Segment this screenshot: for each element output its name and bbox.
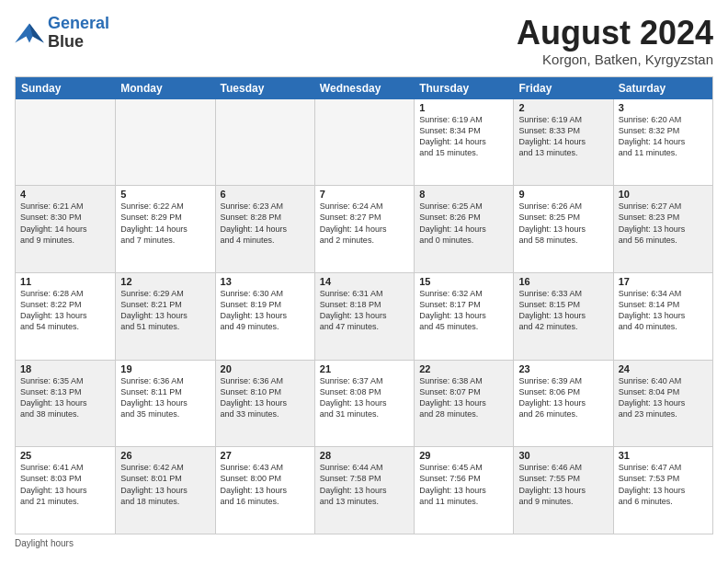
day-info: Sunrise: 6:22 AM Sunset: 8:29 PM Dayligh… (120, 201, 210, 246)
day-info: Sunrise: 6:31 AM Sunset: 8:18 PM Dayligh… (320, 288, 409, 333)
day-info: Sunrise: 6:37 AM Sunset: 8:08 PM Dayligh… (320, 375, 409, 420)
day-info: Sunrise: 6:19 AM Sunset: 8:33 PM Dayligh… (518, 114, 608, 159)
day-info: Sunrise: 6:36 AM Sunset: 8:10 PM Dayligh… (221, 375, 310, 420)
weekday-header-sunday: Sunday (16, 77, 115, 99)
day-info: Sunrise: 6:23 AM Sunset: 8:28 PM Dayligh… (221, 201, 310, 246)
day-number: 16 (518, 276, 608, 287)
calendar-cell: 29Sunrise: 6:45 AM Sunset: 7:56 PM Dayli… (414, 447, 513, 534)
calendar-cell: 14Sunrise: 6:31 AM Sunset: 8:18 PM Dayli… (314, 273, 414, 360)
day-number: 24 (619, 363, 708, 374)
calendar-cell: 8Sunrise: 6:25 AM Sunset: 8:26 PM Daylig… (414, 186, 513, 272)
calendar-cell: 18Sunrise: 6:35 AM Sunset: 8:13 PM Dayli… (16, 361, 115, 447)
day-info: Sunrise: 6:20 AM Sunset: 8:32 PM Dayligh… (619, 114, 708, 159)
header: General Blue August 2024 Korgon, Batken,… (15, 15, 713, 67)
day-info: Sunrise: 6:44 AM Sunset: 7:58 PM Dayligh… (320, 462, 409, 507)
day-number: 18 (20, 363, 110, 374)
day-info: Sunrise: 6:24 AM Sunset: 8:27 PM Dayligh… (320, 201, 409, 246)
calendar-cell: 31Sunrise: 6:47 AM Sunset: 7:53 PM Dayli… (613, 447, 712, 534)
day-info: Sunrise: 6:38 AM Sunset: 8:07 PM Dayligh… (419, 375, 508, 420)
day-number: 27 (221, 450, 310, 461)
day-info: Sunrise: 6:21 AM Sunset: 8:30 PM Dayligh… (20, 201, 110, 246)
calendar-cell: 7Sunrise: 6:24 AM Sunset: 8:27 PM Daylig… (314, 186, 414, 272)
day-number: 10 (619, 189, 708, 200)
day-info: Sunrise: 6:46 AM Sunset: 7:55 PM Dayligh… (518, 462, 608, 507)
calendar-cell: 16Sunrise: 6:33 AM Sunset: 8:15 PM Dayli… (513, 273, 612, 360)
day-info: Sunrise: 6:45 AM Sunset: 7:56 PM Dayligh… (419, 462, 508, 507)
calendar-cell: 10Sunrise: 6:27 AM Sunset: 8:23 PM Dayli… (613, 186, 712, 272)
calendar-cell: 2Sunrise: 6:19 AM Sunset: 8:33 PM Daylig… (513, 99, 612, 186)
day-info: Sunrise: 6:41 AM Sunset: 8:03 PM Dayligh… (20, 462, 110, 507)
day-info: Sunrise: 6:27 AM Sunset: 8:23 PM Dayligh… (619, 201, 708, 246)
day-number: 3 (619, 102, 708, 113)
calendar-cell: 27Sunrise: 6:43 AM Sunset: 8:00 PM Dayli… (215, 447, 314, 534)
calendar-cell: 19Sunrise: 6:36 AM Sunset: 8:11 PM Dayli… (115, 361, 214, 447)
calendar-cell: 20Sunrise: 6:36 AM Sunset: 8:10 PM Dayli… (215, 361, 314, 447)
day-info: Sunrise: 6:29 AM Sunset: 8:21 PM Dayligh… (120, 288, 210, 333)
calendar-cell: 21Sunrise: 6:37 AM Sunset: 8:08 PM Dayli… (314, 361, 414, 447)
day-number: 6 (221, 189, 310, 200)
location: Korgon, Batken, Kyrgyzstan (517, 52, 713, 67)
day-number: 25 (20, 450, 110, 461)
calendar-row-3: 18Sunrise: 6:35 AM Sunset: 8:13 PM Dayli… (16, 360, 712, 447)
day-number: 12 (120, 276, 210, 287)
day-info: Sunrise: 6:36 AM Sunset: 8:11 PM Dayligh… (120, 375, 210, 420)
logo: General Blue (15, 15, 109, 52)
day-number: 29 (419, 450, 508, 461)
calendar-cell (16, 99, 115, 186)
day-info: Sunrise: 6:39 AM Sunset: 8:06 PM Dayligh… (518, 375, 608, 420)
day-info: Sunrise: 6:42 AM Sunset: 8:01 PM Dayligh… (120, 462, 210, 507)
day-info: Sunrise: 6:35 AM Sunset: 8:13 PM Dayligh… (20, 375, 110, 420)
calendar-cell: 4Sunrise: 6:21 AM Sunset: 8:30 PM Daylig… (16, 186, 115, 272)
calendar-cell: 6Sunrise: 6:23 AM Sunset: 8:28 PM Daylig… (215, 186, 314, 272)
day-number: 14 (320, 276, 409, 287)
calendar-cell: 30Sunrise: 6:46 AM Sunset: 7:55 PM Dayli… (513, 447, 612, 534)
day-number: 17 (619, 276, 708, 287)
calendar-cell: 11Sunrise: 6:28 AM Sunset: 8:22 PM Dayli… (16, 273, 115, 360)
calendar-row-1: 4Sunrise: 6:21 AM Sunset: 8:30 PM Daylig… (16, 185, 712, 272)
day-number: 30 (518, 450, 608, 461)
day-number: 7 (320, 189, 409, 200)
calendar: SundayMondayTuesdayWednesdayThursdayFrid… (15, 76, 713, 534)
weekday-header-tuesday: Tuesday (215, 77, 314, 99)
calendar-cell: 3Sunrise: 6:20 AM Sunset: 8:32 PM Daylig… (613, 99, 712, 186)
calendar-row-2: 11Sunrise: 6:28 AM Sunset: 8:22 PM Dayli… (16, 272, 712, 360)
footer-note: Daylight hours (15, 538, 713, 548)
calendar-cell: 13Sunrise: 6:30 AM Sunset: 8:19 PM Dayli… (215, 273, 314, 360)
day-info: Sunrise: 6:28 AM Sunset: 8:22 PM Dayligh… (20, 288, 110, 333)
day-number: 4 (20, 189, 110, 200)
weekday-header-friday: Friday (513, 77, 612, 99)
day-number: 19 (120, 363, 210, 374)
calendar-body: 1Sunrise: 6:19 AM Sunset: 8:34 PM Daylig… (16, 99, 712, 534)
calendar-cell (115, 99, 214, 186)
day-number: 31 (619, 450, 708, 461)
day-number: 28 (320, 450, 409, 461)
calendar-cell: 12Sunrise: 6:29 AM Sunset: 8:21 PM Dayli… (115, 273, 214, 360)
day-number: 1 (419, 102, 508, 113)
day-info: Sunrise: 6:25 AM Sunset: 8:26 PM Dayligh… (419, 201, 508, 246)
weekday-header-wednesday: Wednesday (314, 77, 414, 99)
day-number: 21 (320, 363, 409, 374)
calendar-cell: 23Sunrise: 6:39 AM Sunset: 8:06 PM Dayli… (513, 361, 612, 447)
day-number: 11 (20, 276, 110, 287)
day-info: Sunrise: 6:26 AM Sunset: 8:25 PM Dayligh… (518, 201, 608, 246)
day-info: Sunrise: 6:33 AM Sunset: 8:15 PM Dayligh… (518, 288, 608, 333)
calendar-cell: 22Sunrise: 6:38 AM Sunset: 8:07 PM Dayli… (414, 361, 513, 447)
day-number: 22 (419, 363, 508, 374)
logo-text: General Blue (48, 15, 109, 52)
day-number: 15 (419, 276, 508, 287)
calendar-row-4: 25Sunrise: 6:41 AM Sunset: 8:03 PM Dayli… (16, 446, 712, 534)
page: General Blue August 2024 Korgon, Batken,… (0, 0, 728, 563)
day-number: 23 (518, 363, 608, 374)
day-info: Sunrise: 6:32 AM Sunset: 8:17 PM Dayligh… (419, 288, 508, 333)
calendar-cell: 1Sunrise: 6:19 AM Sunset: 8:34 PM Daylig… (414, 99, 513, 186)
weekday-header-monday: Monday (115, 77, 214, 99)
day-number: 9 (518, 189, 608, 200)
day-number: 20 (221, 363, 310, 374)
logo-icon (15, 20, 44, 46)
calendar-cell: 5Sunrise: 6:22 AM Sunset: 8:29 PM Daylig… (115, 186, 214, 272)
weekday-header-thursday: Thursday (414, 77, 513, 99)
day-number: 26 (120, 450, 210, 461)
calendar-cell (314, 99, 414, 186)
day-info: Sunrise: 6:34 AM Sunset: 8:14 PM Dayligh… (619, 288, 708, 333)
calendar-row-0: 1Sunrise: 6:19 AM Sunset: 8:34 PM Daylig… (16, 99, 712, 186)
